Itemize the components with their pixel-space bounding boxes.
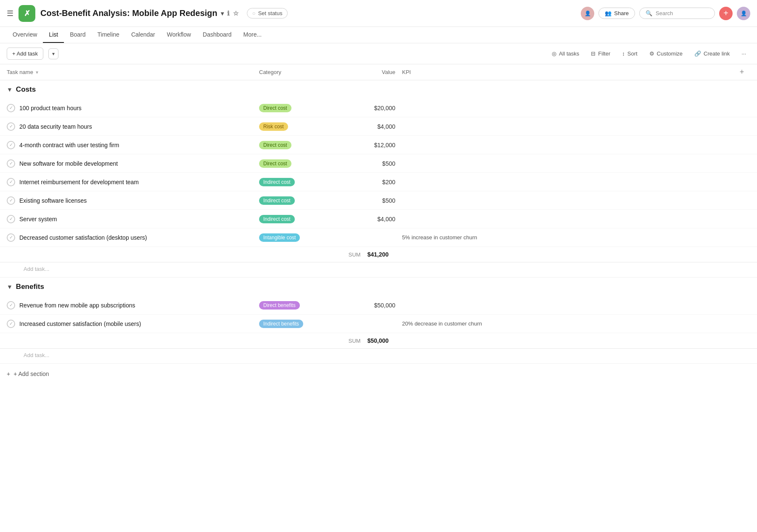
- tab-overview[interactable]: Overview: [7, 27, 43, 43]
- table-row: ✓ 4-month contract with user testing fir…: [0, 136, 757, 154]
- task-checkbox[interactable]: ✓: [7, 178, 15, 186]
- task-category-cell[interactable]: Direct cost: [259, 104, 343, 112]
- category-header: Category: [259, 69, 343, 75]
- table-row: ✓ New software for mobile development Di…: [0, 154, 757, 173]
- section-costs: ▼ Costs ✓ 100 product team hours Direct …: [0, 80, 757, 278]
- customize-button[interactable]: ⚙ Customize: [645, 48, 687, 59]
- section-header-costs[interactable]: ▼ Costs: [0, 80, 757, 99]
- category-badge[interactable]: Risk cost: [259, 122, 288, 131]
- task-name-cell: ✓ Increased customer satisfaction (mobil…: [7, 320, 259, 328]
- task-name-sort-icon[interactable]: ▾: [36, 69, 38, 75]
- add-section-label: + Add section: [13, 371, 49, 377]
- tab-board[interactable]: Board: [64, 27, 91, 43]
- add-section-button[interactable]: + + Add section: [0, 364, 757, 384]
- category-badge[interactable]: Indirect benefits: [259, 320, 303, 328]
- toolbar: + Add task ▾ ◎ All tasks ⊟ Filter ↕ Sort…: [0, 43, 757, 64]
- table-row: ✓ 20 data security team hours Risk cost …: [0, 117, 757, 136]
- sum-label: SUM: [349, 251, 364, 258]
- task-value-cell: $4,000: [343, 216, 402, 222]
- task-category-cell[interactable]: Direct cost: [259, 141, 343, 149]
- project-title-text: Cost-Benefit Analysis: Mobile App Redesi…: [40, 8, 217, 18]
- task-category-cell[interactable]: Intangible cost: [259, 233, 343, 242]
- sort-button[interactable]: ↕ Sort: [618, 48, 641, 59]
- task-name-cell: ✓ Revenue from new mobile app subscripti…: [7, 301, 259, 310]
- share-button[interactable]: 👥 Share: [598, 8, 635, 19]
- set-status-button[interactable]: ○ Set status: [247, 8, 288, 19]
- sum-row: SUM $41,200: [0, 247, 757, 262]
- section-title-costs: Costs: [16, 85, 36, 94]
- add-task-row[interactable]: Add task...: [0, 349, 757, 363]
- add-task-button[interactable]: + Add task: [7, 48, 43, 60]
- add-column-button[interactable]: +: [733, 68, 750, 77]
- tab-timeline[interactable]: Timeline: [92, 27, 125, 43]
- task-category-cell[interactable]: Direct cost: [259, 159, 343, 168]
- more-options-button[interactable]: ···: [737, 48, 750, 59]
- task-label: Existing software licenses: [19, 197, 87, 204]
- task-category-cell[interactable]: Indirect cost: [259, 196, 343, 205]
- task-checkbox[interactable]: ✓: [7, 301, 15, 310]
- category-badge[interactable]: Indirect cost: [259, 196, 295, 205]
- task-label: Server system: [19, 216, 57, 222]
- search-bar[interactable]: 🔍 Search: [639, 8, 715, 19]
- filter-button[interactable]: ⊟ Filter: [587, 48, 614, 59]
- tab-dashboard[interactable]: Dashboard: [197, 27, 238, 43]
- sort-label: Sort: [627, 50, 638, 57]
- task-checkbox[interactable]: ✓: [7, 196, 15, 205]
- sum-label: SUM: [349, 338, 364, 344]
- task-checkbox[interactable]: ✓: [7, 215, 15, 223]
- share-label: Share: [614, 10, 629, 16]
- category-badge[interactable]: Direct cost: [259, 159, 291, 168]
- category-badge[interactable]: Direct cost: [259, 141, 291, 149]
- title-info-icon[interactable]: ℹ: [227, 10, 230, 17]
- project-title: Cost-Benefit Analysis: Mobile App Redesi…: [40, 8, 238, 18]
- tab-list[interactable]: List: [43, 27, 64, 43]
- category-badge[interactable]: Direct benefits: [259, 301, 300, 310]
- create-link-label: Create link: [704, 50, 730, 57]
- task-checkbox[interactable]: ✓: [7, 122, 15, 131]
- task-category-cell[interactable]: Indirect benefits: [259, 320, 343, 328]
- value-header: Value: [343, 69, 402, 75]
- task-category-cell[interactable]: Risk cost: [259, 122, 343, 131]
- task-category-cell[interactable]: Indirect cost: [259, 178, 343, 186]
- title-star-icon[interactable]: ☆: [233, 10, 238, 17]
- task-name-cell: ✓ Server system: [7, 215, 259, 223]
- title-chevron-icon[interactable]: ▾: [221, 10, 224, 17]
- task-kpi-cell: 20% decrease in customer churn: [402, 320, 750, 327]
- sort-icon: ↕: [622, 50, 625, 57]
- task-checkbox[interactable]: ✓: [7, 320, 15, 328]
- section-header-benefits[interactable]: ▼ Benefits: [0, 278, 757, 296]
- table-row: ✓ Revenue from new mobile app subscripti…: [0, 296, 757, 315]
- task-checkbox[interactable]: ✓: [7, 233, 15, 242]
- top-bar-right: 👤 👥 Share 🔍 Search + 👤: [581, 7, 750, 20]
- hamburger-icon[interactable]: ☰: [7, 9, 13, 18]
- all-tasks-button[interactable]: ◎ All tasks: [548, 48, 583, 59]
- add-button[interactable]: +: [719, 7, 733, 20]
- task-checkbox[interactable]: ✓: [7, 104, 15, 112]
- add-task-label: + Add task: [12, 50, 38, 57]
- category-badge[interactable]: Indirect cost: [259, 215, 295, 223]
- add-task-row[interactable]: Add task...: [0, 262, 757, 277]
- add-task-dropdown[interactable]: ▾: [48, 48, 58, 59]
- section-collapse-icon: ▼: [7, 283, 13, 290]
- tab-more[interactable]: More...: [238, 27, 268, 43]
- task-value-cell: $500: [343, 197, 402, 204]
- task-checkbox[interactable]: ✓: [7, 159, 15, 168]
- tab-workflow[interactable]: Workflow: [161, 27, 197, 43]
- create-link-button[interactable]: 🔗 Create link: [690, 48, 734, 59]
- category-badge[interactable]: Intangible cost: [259, 233, 300, 242]
- category-badge[interactable]: Direct cost: [259, 104, 291, 112]
- share-icon: 👥: [605, 10, 611, 16]
- circle-icon: ○: [252, 10, 256, 16]
- avatar-user2: 👤: [737, 7, 750, 20]
- task-name-cell: ✓ 4-month contract with user testing fir…: [7, 141, 259, 149]
- tab-calendar[interactable]: Calendar: [125, 27, 161, 43]
- category-badge[interactable]: Indirect cost: [259, 178, 295, 186]
- task-checkbox[interactable]: ✓: [7, 141, 15, 149]
- task-category-cell[interactable]: Indirect cost: [259, 215, 343, 223]
- filter-icon: ⊟: [591, 50, 596, 57]
- task-kpi-cell: 5% increase in customer churn: [402, 234, 750, 241]
- table-header: Task name ▾ Category Value KPI +: [0, 64, 757, 80]
- task-value-cell: $20,000: [343, 105, 402, 111]
- task-category-cell[interactable]: Direct benefits: [259, 301, 343, 310]
- task-name-cell: ✓ Internet reimbursement for development…: [7, 178, 259, 186]
